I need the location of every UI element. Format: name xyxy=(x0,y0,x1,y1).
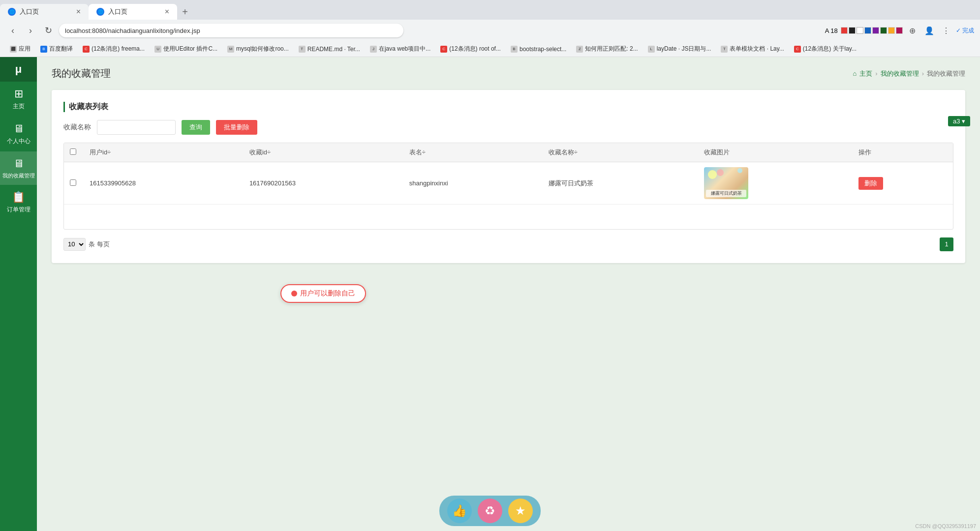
bookmark-7[interactable]: J 在java web项目中... xyxy=(366,44,434,54)
sidebar-item-orders-label: 订单管理 xyxy=(7,206,31,214)
personal-icon: 🖥 xyxy=(13,122,24,135)
bookmark-3-label: (12条消息) freema... xyxy=(92,45,145,53)
profile-button[interactable]: 👤 xyxy=(922,24,936,37)
bottom-icon-recycle[interactable]: ♻ xyxy=(478,499,502,523)
breadcrumb-home-link[interactable]: 主页 xyxy=(859,69,872,78)
page-title: 我的收藏管理 xyxy=(52,67,111,80)
tab-2-close[interactable]: × xyxy=(165,7,169,16)
color-black[interactable] xyxy=(849,27,856,34)
query-button[interactable]: 查询 xyxy=(182,120,210,135)
card-title: 收藏表列表 xyxy=(63,102,953,112)
tab-1-label: 入口页 xyxy=(20,7,39,16)
color-pink[interactable] xyxy=(896,27,903,34)
row-checkbox[interactable] xyxy=(70,179,76,186)
bookmark-3[interactable]: C (12条消息) freema... xyxy=(79,44,149,54)
bookmark-apps[interactable]: ⬛ 应用 xyxy=(6,44,34,54)
bk5-icon: M xyxy=(227,46,234,53)
row-table-name: shangpinxinxi xyxy=(403,162,543,205)
refresh-button[interactable]: ↻ xyxy=(41,24,55,37)
bk4-icon: U xyxy=(154,46,161,53)
bk9-icon: B xyxy=(511,46,518,53)
orders-icon: 📋 xyxy=(12,191,25,204)
tab-2[interactable]: 🌐 入口页 × xyxy=(89,4,177,20)
favorites-table: 用户id÷ 收藏id÷ 表名÷ 收藏名称÷ xyxy=(64,143,953,229)
sidebar-item-home[interactable]: ⊞ 主页 xyxy=(0,82,37,117)
forward-button[interactable]: › xyxy=(24,24,37,37)
color-green[interactable] xyxy=(880,27,887,34)
per-page-control: 10 20 50 条 每页 xyxy=(63,238,110,251)
address-bar-row: ‹ › ↻ A 18 ⊕ 👤 ⋮ ✓ 完成 xyxy=(0,20,980,41)
sidebar-item-orders[interactable]: 📋 订单管理 xyxy=(0,185,37,220)
bottom-icon-thumbsup[interactable]: 👍 xyxy=(447,499,472,523)
select-all-checkbox[interactable] xyxy=(70,148,76,155)
search-input[interactable] xyxy=(97,120,176,135)
header-table-name: 表名÷ xyxy=(403,143,543,162)
watermark: CSDN @QQ3295391197 xyxy=(915,523,976,529)
bookmark-8[interactable]: C (12条消息) root of... xyxy=(436,44,505,54)
tooltip-dot xyxy=(291,291,297,296)
new-tab-button[interactable]: + xyxy=(177,4,193,20)
batch-delete-button[interactable]: 批量删除 xyxy=(216,120,257,135)
color-yellow[interactable] xyxy=(888,27,895,34)
breadcrumb-current: 我的收藏管理 xyxy=(927,69,965,78)
back-button[interactable]: ‹ xyxy=(6,24,20,37)
bk10-icon: Z xyxy=(576,46,583,53)
table-body: 1615339905628 1617690201563 shangpinxinx… xyxy=(64,162,953,229)
bookmark-12[interactable]: T 表单模块文档 · Lay... xyxy=(717,44,788,54)
bookmark-4[interactable]: U 使用UEditor 插件C... xyxy=(151,44,221,54)
sidebar-item-personal[interactable]: 🖥 个人中心 xyxy=(0,117,37,151)
user-badge[interactable]: a3 ▾ xyxy=(948,116,970,126)
logo-text: μ xyxy=(15,63,22,76)
sidebar-logo: μ xyxy=(0,57,37,82)
bookmark-4-label: 使用UEditor 插件C... xyxy=(163,45,217,53)
bookmark-baidu[interactable]: B 百度翻译 xyxy=(36,44,77,54)
color-blue[interactable] xyxy=(864,27,871,34)
browser-chrome: 🌐 入口页 × 🌐 入口页 × + ‹ › ↻ A 18 xyxy=(0,0,980,57)
baidu-icon: B xyxy=(40,46,47,53)
color-purple[interactable] xyxy=(872,27,879,34)
breadcrumb-section-link[interactable]: 我的收藏管理 xyxy=(881,69,919,78)
page-number-1[interactable]: 1 xyxy=(940,237,953,251)
user-name: a3 xyxy=(953,118,960,125)
bookmark-5[interactable]: M mysql如何修改roo... xyxy=(223,44,293,54)
thumbsup-icon: 👍 xyxy=(452,504,467,518)
table-header: 用户id÷ 收藏id÷ 表名÷ 收藏名称÷ xyxy=(64,143,953,162)
breadcrumb-sep-1: › xyxy=(875,70,877,77)
more-button[interactable]: ⋮ xyxy=(939,24,953,37)
color-white[interactable] xyxy=(857,27,863,34)
bookmark-10[interactable]: Z 知何用正则匹配: 2... xyxy=(572,44,642,54)
bookmark-11[interactable]: L layDate · JS日期与... xyxy=(644,44,715,54)
tab-1[interactable]: 🌐 入口页 × xyxy=(0,4,89,20)
dropdown-arrow: ▾ xyxy=(962,118,965,125)
tab-2-favicon: 🌐 xyxy=(96,8,104,16)
bookmark-11-label: layDate · JS日期与... xyxy=(657,45,711,53)
extensions-button[interactable]: ⊕ xyxy=(906,24,919,37)
product-image-label: 娜露可日式奶茶 xyxy=(706,190,746,197)
deco-circle-1 xyxy=(708,170,717,179)
pagination-row: 10 20 50 条 每页 1 xyxy=(63,237,953,251)
row-checkbox-cell xyxy=(64,162,84,205)
tab-1-close[interactable]: × xyxy=(76,7,81,16)
header-user-id: 用户id÷ xyxy=(84,143,244,162)
done-label: ✓ 完成 xyxy=(956,27,974,35)
bookmark-5-label: mysql如何修改roo... xyxy=(236,45,289,53)
tab-bar: 🌐 入口页 × 🌐 入口页 × + xyxy=(0,0,980,20)
bk6-icon: T xyxy=(299,46,306,53)
delete-button[interactable]: 删除 xyxy=(858,177,883,190)
favorites-card: 收藏表列表 收藏名称 查询 批量删除 xyxy=(52,90,965,263)
bookmark-13[interactable]: C (12条消息) 关于lay... xyxy=(790,44,860,54)
sidebar-item-favorites[interactable]: 🖥 我的收藏管理 xyxy=(0,151,37,185)
apps-icon: ⬛ xyxy=(10,46,17,53)
bottom-icon-star[interactable]: ★ xyxy=(508,499,533,523)
page-header: 我的收藏管理 ⌂ 主页 › 我的收藏管理 › 我的收藏管理 xyxy=(52,67,965,80)
bookmark-7-label: 在java web项目中... xyxy=(379,45,430,53)
color-red[interactable] xyxy=(841,27,848,34)
bookmark-9[interactable]: B bootstrap-select... xyxy=(507,45,570,54)
sidebar: μ ⊞ 主页 🖥 个人中心 🖥 我的收藏管理 📋 订单管理 xyxy=(0,57,37,531)
per-page-select[interactable]: 10 20 50 xyxy=(63,238,86,251)
bookmark-6[interactable]: T README.md · Ter... xyxy=(295,45,364,54)
sidebar-item-favorites-label: 我的收藏管理 xyxy=(2,172,35,179)
browser-toolbar-right: A 18 ⊕ 👤 ⋮ ✓ 完成 xyxy=(825,24,974,37)
bookmark-12-label: 表单模块文档 · Lay... xyxy=(730,45,784,53)
address-input[interactable] xyxy=(59,24,403,37)
